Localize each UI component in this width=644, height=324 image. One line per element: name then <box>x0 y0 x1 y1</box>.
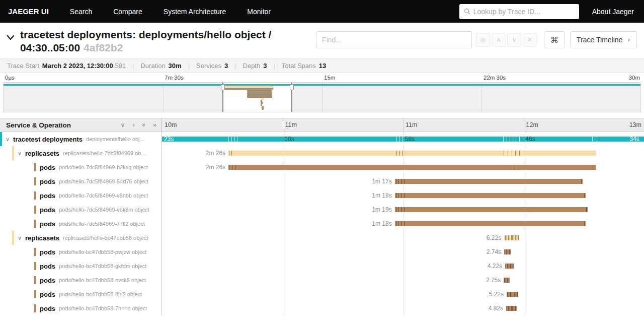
span-timeline-cell[interactable]: 2.74s <box>162 245 644 259</box>
scrubber-handle-icon[interactable] <box>290 84 294 90</box>
span-row[interactable]: podspods/hello-bc47dbb58-nvsk8 object2.7… <box>0 273 644 287</box>
span-name-cell[interactable]: podspods/hello-7dc5f84969-h2kxq object <box>0 160 162 174</box>
nav-item-system-architecture[interactable]: System Architecture <box>164 8 226 16</box>
span-tick-mark <box>581 179 582 184</box>
span-tick-mark <box>516 292 516 297</box>
timeline-tick-label: 13m <box>629 121 641 128</box>
span-tick-mark <box>396 193 396 198</box>
find-input[interactable] <box>316 31 472 48</box>
span-row[interactable]: podspods/hello-bc47dbb58-8jrj2 object5.2… <box>0 287 644 301</box>
span-timeline-cell[interactable]: 4.22s <box>162 259 644 273</box>
service-operation-header: Service & Operation ∨›»» <box>0 118 162 132</box>
span-tick-mark <box>512 292 512 297</box>
span-name-cell[interactable]: podspods/hello-bc47dbb58-8jrj2 object <box>0 287 162 301</box>
nav-item-monitor[interactable]: Monitor <box>247 8 271 16</box>
span-row[interactable]: podspods/hello-bc47dbb58-gkfdm object4.2… <box>0 259 644 273</box>
span-row[interactable]: podspods/hello-7dc5f84969-54d76 object1m… <box>0 174 644 188</box>
span-bar[interactable] <box>395 207 588 212</box>
about-jaeger-menu[interactable]: About Jaeger <box>592 8 636 16</box>
minimap-canvas[interactable] <box>3 82 641 112</box>
span-tick-mark <box>518 165 518 170</box>
minimap-left-scrubber[interactable] <box>222 83 223 112</box>
span-bar[interactable] <box>395 179 583 184</box>
span-timeline-cell[interactable]: 1m 18s <box>162 188 644 203</box>
collapse-one-icon[interactable]: ∨ <box>121 122 125 128</box>
summary-value: 3 <box>263 62 267 70</box>
match-highlight-icon[interactable]: ◎ <box>476 33 490 47</box>
span-timeline-cell[interactable]: 6.22s <box>162 231 644 245</box>
span-tick-mark <box>512 264 512 269</box>
span-name-cell[interactable]: podspods/hello-7dc5f84969-v8nbb object <box>0 188 162 203</box>
span-row[interactable]: podspods/hello-bc47dbb58-pwjzw object2.7… <box>0 245 644 259</box>
span-bar[interactable] <box>395 193 586 198</box>
collapse-children-icon[interactable]: ∨ <box>6 136 10 143</box>
span-name-cell[interactable]: ∨replicasetsreplicasets/hello-bc47dbb58 … <box>0 231 162 245</box>
brand-jaeger-ui[interactable]: JAEGER UI <box>8 7 49 16</box>
span-name-cell[interactable]: podspods/hello-bc47dbb58-gkfdm object <box>0 259 162 273</box>
span-tick-mark <box>404 193 405 198</box>
span-name-cell[interactable]: podspods/hello-bc47dbb58-nvsk8 object <box>0 273 162 287</box>
summary-label: Services <box>196 62 221 70</box>
collapse-all-icon[interactable]: » <box>141 123 147 127</box>
trace-view-selector[interactable]: Trace Timeline ∨ <box>570 31 637 48</box>
minimap-span <box>262 106 264 108</box>
span-bar[interactable] <box>228 151 596 156</box>
span-tick-mark <box>512 235 513 240</box>
trace-id-search[interactable] <box>459 4 579 19</box>
span-row[interactable]: podspods/hello-7dc5f84969-77ll2 object1m… <box>0 217 644 231</box>
span-tick-mark <box>514 292 515 297</box>
keyboard-shortcuts-button[interactable]: ⌘ <box>544 31 565 48</box>
nav-item-search[interactable]: Search <box>70 8 92 16</box>
span-timeline-cell[interactable]: 2.75s <box>162 273 644 287</box>
scrubber-handle-icon[interactable] <box>221 84 225 90</box>
collapse-children-icon[interactable]: ∨ <box>18 235 22 241</box>
span-row[interactable]: podspods/hello-7dc5f84969-vbk8m object1m… <box>0 203 644 217</box>
span-name-cell[interactable]: ∨tracetest deploymentsdeployments/hello … <box>0 132 162 146</box>
span-timeline-cell[interactable]: 23s10s58s46s34s <box>162 132 644 146</box>
expand-one-icon[interactable]: › <box>133 122 135 128</box>
span-row[interactable]: podspods/hello-7dc5f84969-h2kxq object2m… <box>0 160 644 174</box>
nav-item-compare[interactable]: Compare <box>113 8 142 16</box>
service-color-accent <box>0 132 2 146</box>
expand-all-icon[interactable]: » <box>153 122 156 128</box>
span-row[interactable]: ∨tracetest deploymentsdeployments/hello … <box>0 132 644 146</box>
summary-value-suffix: .581 <box>113 62 126 70</box>
span-name-cell[interactable]: ∨replicasetsreplicasets/hello-7dc5f84969… <box>0 146 162 160</box>
bar-duration-label: 10s <box>284 136 294 143</box>
service-operation-title: Service & Operation <box>6 121 71 129</box>
span-name-cell[interactable]: podspods/hello-bc47dbb58-7hnnd object <box>0 301 162 315</box>
span-timeline-cell[interactable]: 1m 19s <box>162 203 644 217</box>
span-timeline-cell[interactable]: 1m 17s <box>162 174 644 188</box>
span-name-cell[interactable]: podspods/hello-7dc5f84969-77ll2 object <box>0 217 162 231</box>
span-bar[interactable] <box>228 165 596 170</box>
span-tick-mark <box>505 235 506 240</box>
clear-search-icon[interactable]: ✕ <box>523 33 537 47</box>
minimap-right-scrubber[interactable] <box>291 83 292 112</box>
collapse-header-icon[interactable] <box>5 32 16 43</box>
next-result-icon[interactable]: ∨ <box>507 33 521 47</box>
operation-name: pods/hello-bc47dbb58-pwjzw object <box>59 249 146 255</box>
collapse-children-icon[interactable]: ∨ <box>18 150 22 157</box>
span-row[interactable]: podspods/hello-bc47dbb58-7hnnd object4.8… <box>0 301 644 315</box>
span-bar[interactable] <box>395 221 586 226</box>
span-timeline-cell[interactable]: 2m 26s <box>162 160 644 174</box>
span-timeline-cell[interactable]: 4.82s <box>162 301 644 315</box>
prev-result-icon[interactable]: ∧ <box>492 33 506 47</box>
summary-divider: | <box>273 62 275 70</box>
span-tick-mark <box>506 278 506 283</box>
span-tick-mark <box>507 306 507 311</box>
span-name-cell[interactable]: podspods/hello-7dc5f84969-vbk8m object <box>0 203 162 217</box>
span-timeline-cell[interactable]: 5.22s <box>162 287 644 301</box>
span-timeline-cell[interactable]: 2m 26s <box>162 146 644 160</box>
span-row[interactable]: ∨replicasetsreplicasets/hello-7dc5f84969… <box>0 146 644 160</box>
span-timeline-cell[interactable]: 1m 18s <box>162 217 644 231</box>
span-name-cell[interactable]: podspods/hello-bc47dbb58-pwjzw object <box>0 245 162 259</box>
timeline-gridline <box>283 273 283 287</box>
span-tick-mark <box>515 235 516 240</box>
span-row[interactable]: podspods/hello-7dc5f84969-v8nbb object1m… <box>0 188 644 203</box>
trace-id-input[interactable] <box>473 8 575 16</box>
span-tick-mark <box>401 179 401 184</box>
minimap-span <box>247 94 273 96</box>
span-name-cell[interactable]: podspods/hello-7dc5f84969-54d76 object <box>0 174 162 188</box>
span-row[interactable]: ∨replicasetsreplicasets/hello-bc47dbb58 … <box>0 231 644 245</box>
